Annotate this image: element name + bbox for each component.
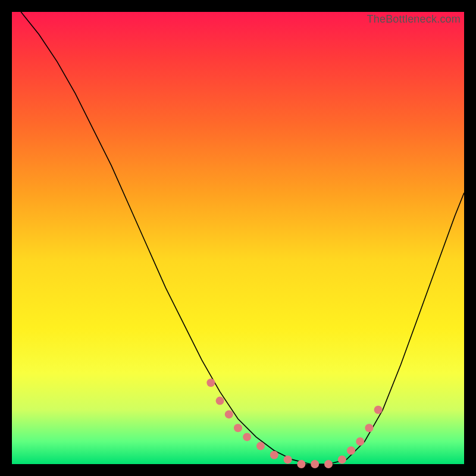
highlight-dot bbox=[234, 424, 242, 432]
highlight-dot bbox=[256, 442, 265, 450]
highlight-dot bbox=[324, 460, 333, 468]
highlight-dot bbox=[365, 424, 373, 432]
chart-svg bbox=[12, 12, 464, 464]
highlight-dot bbox=[338, 455, 346, 464]
plot-area: TheBottleneck.com bbox=[12, 12, 464, 464]
highlight-dot bbox=[311, 460, 319, 468]
highlight-dot bbox=[356, 437, 364, 446]
highlight-dot bbox=[270, 451, 278, 459]
highlight-dot bbox=[284, 455, 292, 464]
highlight-dot bbox=[206, 378, 215, 387]
highlight-dot bbox=[297, 460, 305, 468]
highlight-dot bbox=[243, 433, 251, 441]
highlight-dots bbox=[206, 378, 382, 468]
chart-frame: TheBottleneck.com bbox=[0, 0, 476, 476]
highlight-dot bbox=[374, 406, 383, 414]
highlight-dot bbox=[216, 397, 224, 405]
bottleneck-curve bbox=[21, 12, 464, 464]
highlight-dot bbox=[347, 446, 355, 455]
highlight-dot bbox=[225, 410, 233, 418]
